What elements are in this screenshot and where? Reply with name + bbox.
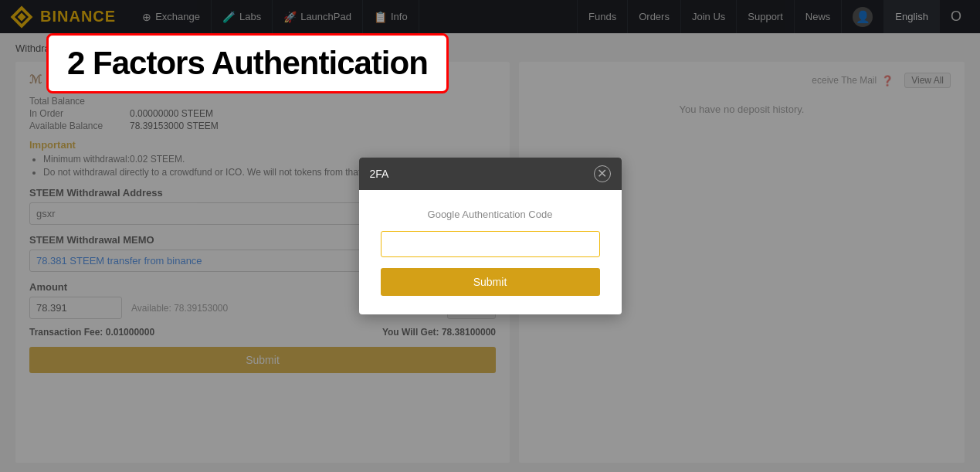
2fa-modal: 2FA ✕ Google Authentication Code Submit <box>359 158 622 314</box>
modal-header: 2FA ✕ <box>359 158 622 190</box>
2fa-notice: 2 Factors Authentication <box>46 33 449 93</box>
auth-code-label: Google Authentication Code <box>381 209 600 220</box>
modal-body: Google Authentication Code Submit <box>359 190 622 314</box>
modal-title: 2FA <box>370 168 389 180</box>
close-icon: ✕ <box>597 168 607 180</box>
modal-close-button[interactable]: ✕ <box>594 165 611 182</box>
modal-submit-button[interactable]: Submit <box>381 268 600 296</box>
auth-code-input[interactable] <box>381 231 600 257</box>
